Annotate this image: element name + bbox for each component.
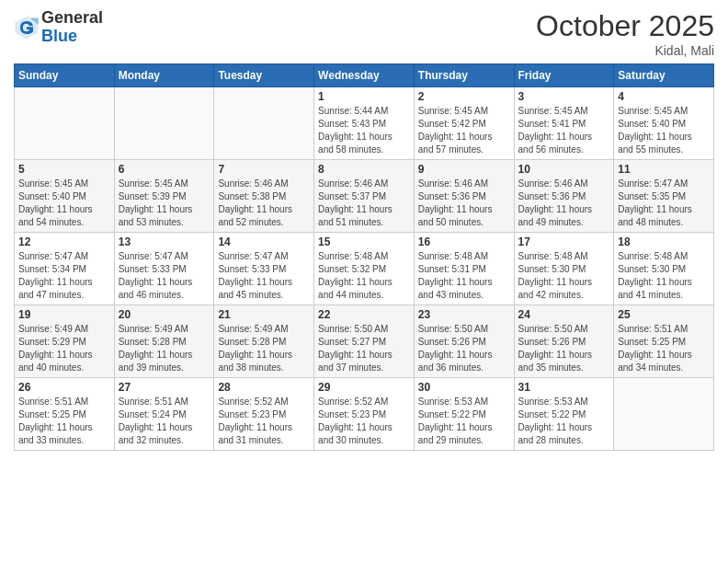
day-number: 3 [518,90,610,103]
day-number: 17 [518,236,610,248]
day-info: Sunrise: 5:46 AM Sunset: 5:38 PM Dayligh… [218,178,310,229]
day-info: Sunrise: 5:45 AM Sunset: 5:41 PM Dayligh… [518,105,610,156]
calendar-header-monday: Monday [114,64,214,87]
calendar-cell: 13Sunrise: 5:47 AM Sunset: 5:33 PM Dayli… [114,233,214,305]
calendar-cell: 29Sunrise: 5:52 AM Sunset: 5:23 PM Dayli… [314,378,415,451]
calendar-cell [15,87,115,160]
day-info: Sunrise: 5:53 AM Sunset: 5:22 PM Dayligh… [418,396,510,447]
calendar-week-row: 19Sunrise: 5:49 AM Sunset: 5:29 PM Dayli… [15,305,714,378]
day-number: 20 [119,308,210,321]
calendar-cell: 5Sunrise: 5:45 AM Sunset: 5:40 PM Daylig… [15,160,115,233]
day-info: Sunrise: 5:45 AM Sunset: 5:39 PM Dayligh… [119,178,210,229]
calendar-cell: 28Sunrise: 5:52 AM Sunset: 5:23 PM Dayli… [214,378,314,451]
day-number: 25 [618,308,710,321]
day-number: 12 [18,236,110,248]
day-number: 13 [119,236,210,248]
day-number: 1 [318,90,410,103]
day-number: 6 [119,163,210,176]
day-info: Sunrise: 5:47 AM Sunset: 5:33 PM Dayligh… [119,250,210,302]
logo-blue: Blue [41,28,103,46]
day-number: 5 [18,163,110,176]
location: Kidal, Mali [536,43,714,58]
calendar-cell [114,87,214,160]
calendar-header-tuesday: Tuesday [214,64,314,87]
day-info: Sunrise: 5:46 AM Sunset: 5:36 PM Dayligh… [518,178,610,229]
day-info: Sunrise: 5:46 AM Sunset: 5:36 PM Dayligh… [418,178,510,229]
calendar-week-row: 5Sunrise: 5:45 AM Sunset: 5:40 PM Daylig… [15,160,714,233]
day-number: 16 [418,236,510,248]
day-info: Sunrise: 5:53 AM Sunset: 5:22 PM Dayligh… [518,396,610,447]
month-title: October 2025 [536,9,714,43]
day-number: 27 [119,381,210,394]
calendar-cell [614,378,714,451]
header: General Blue October 2025 Kidal, Mali [14,9,714,58]
calendar-cell: 22Sunrise: 5:50 AM Sunset: 5:27 PM Dayli… [314,305,415,378]
calendar-cell: 18Sunrise: 5:48 AM Sunset: 5:30 PM Dayli… [614,233,714,305]
page: General Blue October 2025 Kidal, Mali Su… [0,0,728,563]
calendar-header-wednesday: Wednesday [314,64,415,87]
day-number: 10 [518,163,610,176]
calendar-cell: 4Sunrise: 5:45 AM Sunset: 5:40 PM Daylig… [614,87,714,160]
day-number: 31 [518,381,610,394]
day-number: 26 [18,381,110,394]
calendar-cell: 24Sunrise: 5:50 AM Sunset: 5:26 PM Dayli… [514,305,614,378]
day-number: 24 [518,308,610,321]
day-number: 18 [618,236,710,248]
calendar-cell: 12Sunrise: 5:47 AM Sunset: 5:34 PM Dayli… [15,233,115,305]
day-info: Sunrise: 5:48 AM Sunset: 5:32 PM Dayligh… [318,250,410,302]
calendar-header-sunday: Sunday [15,64,115,87]
calendar-cell: 16Sunrise: 5:48 AM Sunset: 5:31 PM Dayli… [414,233,514,305]
day-number: 2 [418,90,510,103]
day-number: 23 [418,308,510,321]
calendar-cell: 14Sunrise: 5:47 AM Sunset: 5:33 PM Dayli… [214,233,314,305]
calendar-cell: 8Sunrise: 5:46 AM Sunset: 5:37 PM Daylig… [314,160,415,233]
day-info: Sunrise: 5:47 AM Sunset: 5:35 PM Dayligh… [618,178,710,229]
day-info: Sunrise: 5:51 AM Sunset: 5:25 PM Dayligh… [618,323,710,374]
logo-general: General [41,9,103,28]
calendar-week-row: 1Sunrise: 5:44 AM Sunset: 5:43 PM Daylig… [15,87,714,160]
day-number: 21 [218,308,310,321]
day-number: 11 [618,163,710,176]
day-info: Sunrise: 5:51 AM Sunset: 5:24 PM Dayligh… [119,396,210,447]
calendar-cell: 26Sunrise: 5:51 AM Sunset: 5:25 PM Dayli… [15,378,115,451]
day-info: Sunrise: 5:45 AM Sunset: 5:42 PM Dayligh… [418,105,510,156]
day-info: Sunrise: 5:48 AM Sunset: 5:30 PM Dayligh… [518,250,610,302]
calendar-cell: 11Sunrise: 5:47 AM Sunset: 5:35 PM Dayli… [614,160,714,233]
day-info: Sunrise: 5:46 AM Sunset: 5:37 PM Dayligh… [318,178,410,229]
day-number: 8 [318,163,410,176]
day-number: 30 [418,381,510,394]
day-info: Sunrise: 5:47 AM Sunset: 5:33 PM Dayligh… [218,250,310,302]
calendar-header-thursday: Thursday [414,64,514,87]
day-info: Sunrise: 5:52 AM Sunset: 5:23 PM Dayligh… [218,396,310,447]
logo: General Blue [14,9,103,46]
calendar-week-row: 26Sunrise: 5:51 AM Sunset: 5:25 PM Dayli… [15,378,714,451]
day-info: Sunrise: 5:48 AM Sunset: 5:31 PM Dayligh… [418,250,510,302]
day-info: Sunrise: 5:50 AM Sunset: 5:27 PM Dayligh… [318,323,410,374]
calendar-cell: 31Sunrise: 5:53 AM Sunset: 5:22 PM Dayli… [514,378,614,451]
day-number: 14 [218,236,310,248]
day-info: Sunrise: 5:49 AM Sunset: 5:28 PM Dayligh… [218,323,310,374]
day-info: Sunrise: 5:45 AM Sunset: 5:40 PM Dayligh… [618,105,710,156]
calendar-header-row: SundayMondayTuesdayWednesdayThursdayFrid… [15,64,714,87]
calendar-cell: 20Sunrise: 5:49 AM Sunset: 5:28 PM Dayli… [114,305,214,378]
calendar-cell: 2Sunrise: 5:45 AM Sunset: 5:42 PM Daylig… [414,87,514,160]
calendar-table: SundayMondayTuesdayWednesdayThursdayFrid… [14,63,714,451]
day-info: Sunrise: 5:51 AM Sunset: 5:25 PM Dayligh… [18,396,110,447]
calendar-cell: 17Sunrise: 5:48 AM Sunset: 5:30 PM Dayli… [514,233,614,305]
day-info: Sunrise: 5:50 AM Sunset: 5:26 PM Dayligh… [518,323,610,374]
calendar-cell: 30Sunrise: 5:53 AM Sunset: 5:22 PM Dayli… [414,378,514,451]
calendar-cell [214,87,314,160]
day-number: 4 [618,90,710,103]
calendar-cell: 27Sunrise: 5:51 AM Sunset: 5:24 PM Dayli… [114,378,214,451]
day-info: Sunrise: 5:49 AM Sunset: 5:28 PM Dayligh… [119,323,210,374]
calendar-cell: 3Sunrise: 5:45 AM Sunset: 5:41 PM Daylig… [514,87,614,160]
day-number: 7 [218,163,310,176]
day-number: 29 [318,381,410,394]
day-info: Sunrise: 5:50 AM Sunset: 5:26 PM Dayligh… [418,323,510,374]
calendar-cell: 9Sunrise: 5:46 AM Sunset: 5:36 PM Daylig… [414,160,514,233]
calendar-cell: 7Sunrise: 5:46 AM Sunset: 5:38 PM Daylig… [214,160,314,233]
calendar-cell: 15Sunrise: 5:48 AM Sunset: 5:32 PM Dayli… [314,233,415,305]
day-info: Sunrise: 5:52 AM Sunset: 5:23 PM Dayligh… [318,396,410,447]
general-blue-icon [14,15,40,40]
calendar-cell: 23Sunrise: 5:50 AM Sunset: 5:26 PM Dayli… [414,305,514,378]
